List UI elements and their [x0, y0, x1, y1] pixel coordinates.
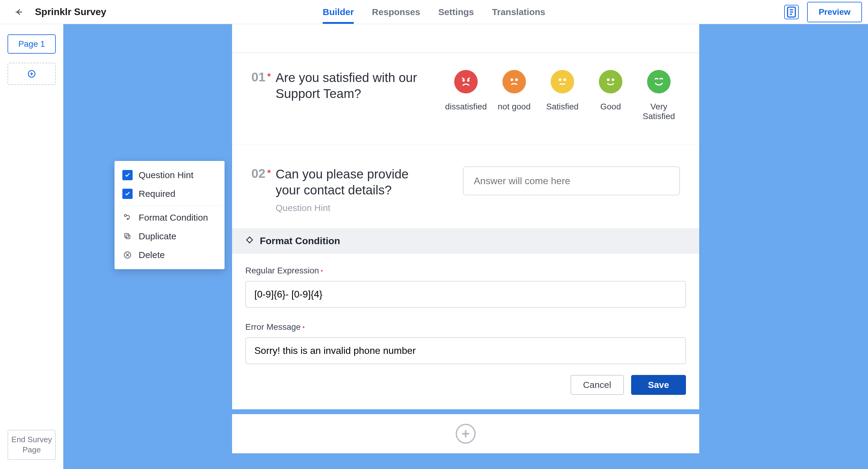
back-arrow-icon[interactable] — [12, 5, 25, 19]
checkbox-checked-icon — [122, 170, 133, 180]
previous-content-shim — [232, 24, 699, 53]
end-survey-page-button[interactable]: End Survey Page — [7, 430, 56, 460]
emoji-label: Very Satisfied — [638, 102, 680, 121]
svg-point-12 — [608, 79, 609, 81]
emoji-option-5[interactable]: Very Satisfied — [638, 70, 680, 121]
format-condition-icon — [122, 213, 133, 223]
save-button[interactable]: Save — [631, 375, 686, 395]
emoji-option-1[interactable]: dissatisfied — [445, 70, 487, 112]
required-dot-icon: • — [303, 324, 305, 330]
survey-outline-icon[interactable] — [784, 5, 799, 19]
emoji-face-very-happy-icon — [647, 70, 671, 93]
emoji-label: not good — [493, 102, 535, 112]
ctx-required[interactable]: Required — [115, 184, 224, 203]
ctx-delete[interactable]: Delete — [115, 246, 224, 264]
add-question-row — [232, 414, 699, 453]
svg-point-2 — [124, 215, 127, 217]
emoji-option-2[interactable]: not good — [493, 70, 535, 112]
header-bar: Sprinklr Survey Builder Responses Settin… — [0, 0, 868, 24]
tab-settings[interactable]: Settings — [438, 0, 474, 24]
delete-icon — [122, 250, 133, 260]
question-context-menu: Question Hint Required Format Condition — [115, 161, 224, 269]
emoji-option-4[interactable]: Good — [590, 70, 632, 112]
format-condition-title: Format Condition — [260, 236, 340, 247]
ctx-label: Duplicate — [138, 231, 176, 242]
emoji-label: Satisfied — [541, 102, 584, 112]
ctx-label: Format Condition — [138, 213, 208, 223]
required-dot-icon: • — [321, 268, 323, 274]
error-message-label: Error Message• — [245, 322, 686, 332]
svg-point-10 — [559, 79, 561, 81]
question-1[interactable]: 01* Are you satisfied with our Support T… — [232, 53, 699, 145]
question-number: 01* — [251, 70, 271, 84]
svg-point-6 — [463, 80, 464, 81]
survey-page-editor: 01* Are you satisfied with our Support T… — [232, 24, 699, 469]
ctx-format-condition[interactable]: Format Condition — [115, 208, 224, 227]
svg-point-11 — [564, 79, 565, 81]
emoji-face-sad-icon — [502, 70, 526, 93]
emoji-scale: dissatisfied not good — [445, 70, 680, 121]
diamond-icon — [245, 236, 254, 247]
svg-point-13 — [612, 79, 614, 81]
emoji-face-neutral-icon — [551, 70, 574, 93]
svg-rect-4 — [125, 233, 129, 238]
tab-responses[interactable]: Responses — [372, 0, 420, 24]
emoji-option-3[interactable]: Satisfied — [541, 70, 584, 112]
duplicate-icon — [122, 231, 133, 242]
preview-button[interactable]: Preview — [807, 2, 862, 22]
svg-point-8 — [511, 79, 513, 81]
format-condition-body: Regular Expression• Error Message• Cance… — [232, 254, 699, 409]
add-question-button[interactable] — [456, 424, 475, 444]
page-title: Sprinklr Survey — [35, 6, 106, 18]
svg-rect-14 — [247, 237, 253, 243]
svg-rect-3 — [126, 235, 130, 239]
question-hint-text[interactable]: Question Hint — [276, 203, 432, 213]
error-message-input[interactable] — [245, 337, 686, 364]
svg-point-7 — [468, 80, 469, 81]
question-2[interactable]: 02* Can you please provide your contact … — [232, 145, 699, 409]
pages-sidebar: Page 1 End Survey Page — [0, 24, 63, 469]
required-asterisk-icon: * — [267, 71, 271, 84]
ctx-label: Delete — [138, 250, 165, 260]
required-asterisk-icon: * — [267, 167, 271, 181]
ctx-duplicate[interactable]: Duplicate — [115, 227, 224, 246]
header-tabs: Builder Responses Settings Translations — [323, 0, 546, 24]
question-text: Can you please provide your contact deta… — [276, 166, 432, 198]
question-text: Are you satisfied with our Support Team? — [276, 70, 433, 101]
add-page-button[interactable] — [7, 63, 56, 85]
svg-point-9 — [516, 79, 517, 81]
divider — [118, 206, 221, 206]
regex-label: Regular Expression• — [245, 266, 686, 276]
sidebar-page-1[interactable]: Page 1 — [7, 34, 56, 54]
tab-builder[interactable]: Builder — [323, 0, 354, 24]
emoji-label: dissatisfied — [445, 102, 487, 112]
tab-translations[interactable]: Translations — [492, 0, 546, 24]
ctx-label: Question Hint — [138, 170, 193, 180]
emoji-label: Good — [590, 102, 632, 112]
builder-canvas: Question Hint Required Format Condition — [63, 24, 868, 469]
regex-input[interactable] — [245, 281, 686, 308]
emoji-face-angry-icon — [454, 70, 478, 93]
checkbox-checked-icon — [122, 189, 133, 199]
question-number: 02* — [251, 166, 271, 181]
emoji-face-happy-icon — [599, 70, 622, 93]
answer-input[interactable] — [463, 166, 680, 195]
ctx-label: Required — [138, 189, 176, 199]
format-condition-header: Format Condition — [232, 228, 699, 254]
cancel-button[interactable]: Cancel — [570, 375, 624, 395]
ctx-question-hint[interactable]: Question Hint — [115, 166, 224, 184]
